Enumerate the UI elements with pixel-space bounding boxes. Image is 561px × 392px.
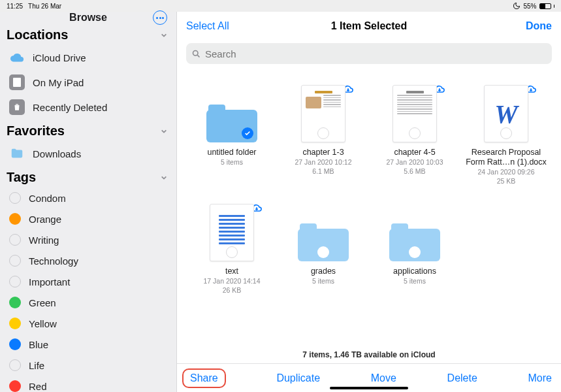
sidebar-item-recently-deleted[interactable]: Recently Deleted [0,95,176,120]
share-button[interactable]: Share [182,368,226,388]
folder-icon [206,105,257,142]
file-item-word[interactable]: W Research Proposal Form Ratt…n (1).docx… [464,85,549,186]
selection-placeholder-icon [409,246,421,258]
folder-icon [298,223,349,261]
main: Select All 1 Item Selected Done [177,12,561,392]
document-thumbnail [301,85,345,142]
folder-icon [389,223,440,261]
sidebar-tag-writing[interactable]: Writing [0,229,176,250]
file-meta: 5 items [221,158,243,167]
tag-label: Blue [29,339,48,350]
tag-label: Red [29,381,47,392]
file-item-folder[interactable]: untitled folder 5 items [189,85,274,186]
svg-point-1 [193,50,199,56]
file-meta: 24 Jan 2020 09:26 [478,168,535,176]
sidebar-tag-green[interactable]: Green [0,292,176,313]
footer-status: 7 items, 1.46 TB available on iCloud [177,344,561,363]
tag-label: Yellow [29,318,57,329]
ipad-icon [9,74,25,90]
file-item-text[interactable]: text 17 Jan 2020 14:14 26 KB [189,204,274,295]
sidebar-tag-red[interactable]: Red [0,376,176,392]
tag-label: Life [29,360,44,371]
svg-rect-0 [13,78,21,87]
page-title: 1 Item Selected [177,20,561,32]
file-size: 26 KB [223,286,242,295]
favorites-header[interactable]: Favorites [0,120,176,141]
search-field[interactable] [186,43,552,64]
tag-dot-icon [9,234,21,246]
sidebar: Browse Locations iCloud Drive On My iPad [0,12,177,392]
tag-label: Technology [29,255,78,267]
sidebar-tag-orange[interactable]: Orange [0,208,176,229]
search-icon [191,49,201,59]
file-item-document[interactable]: chapter 1-3 27 Jan 2020 10:12 6.1 MB [281,85,366,186]
file-meta: 27 Jan 2020 10:03 [387,158,443,167]
tag-label: Writing [29,235,59,246]
tags-header[interactable]: Tags [0,166,176,188]
file-name: chapter 1-3 [302,148,344,157]
done-button[interactable]: Done [526,20,552,32]
sidebar-tag-blue[interactable]: Blue [0,334,176,355]
select-all-button[interactable]: Select All [186,20,229,32]
sidebar-title: Browse [69,12,107,24]
file-meta: 17 Jan 2020 14:14 [204,277,261,286]
delete-button[interactable]: Delete [447,372,477,384]
file-name: grades [311,267,336,276]
status-time: 11:25 [7,3,23,10]
cloud-icon [9,50,25,65]
file-meta: 5 items [312,277,334,286]
text-document-icon [210,204,254,261]
file-meta: 27 Jan 2020 10:12 [295,158,352,167]
move-button[interactable]: Move [371,372,396,384]
sidebar-item-label: Downloads [33,148,81,159]
more-button[interactable]: More [528,372,552,384]
tag-label: Condom [29,193,66,204]
search-input[interactable] [205,48,547,59]
tag-dot-icon [9,359,21,371]
file-name: applications [393,267,436,276]
sidebar-more-button[interactable] [153,10,167,25]
tag-dot-icon [9,297,21,308]
sidebar-tag-life[interactable]: Life [0,355,176,376]
sidebar-tag-condom[interactable]: Condom [0,188,176,208]
sidebar-tag-yellow[interactable]: Yellow [0,313,176,334]
file-size: 25 KB [497,177,516,186]
chevron-down-icon [161,32,167,39]
folder-icon [9,146,25,161]
battery-icon [539,3,551,9]
sidebar-item-label: Recently Deleted [33,102,107,113]
tag-label: Important [29,276,70,287]
status-date: Thu 26 Mar [28,3,61,10]
sidebar-item-label: iCloud Drive [33,52,86,63]
selection-placeholder-icon [317,246,329,258]
sidebar-item-downloads[interactable]: Downloads [0,141,176,166]
document-thumbnail [393,85,437,142]
tag-label: Orange [29,214,61,225]
file-meta: 5 items [404,277,426,286]
sidebar-tag-important[interactable]: Important [0,271,176,292]
file-name: chapter 4-5 [394,148,435,157]
file-item-document[interactable]: chapter 4-5 27 Jan 2020 10:03 5.6 MB [372,85,457,186]
tag-dot-icon [9,380,21,392]
file-name: text [225,267,238,276]
status-bar: 11:25 Thu 26 Mar 55% [0,0,561,12]
home-indicator[interactable] [330,387,408,389]
sidebar-item-on-my-ipad[interactable]: On My iPad [0,70,176,95]
tag-dot-icon [9,318,21,329]
file-item-folder[interactable]: applications 5 items [372,204,457,295]
tag-dot-icon [9,338,21,350]
word-document-icon: W [484,85,528,142]
dnd-icon [513,2,521,10]
trash-icon [9,99,25,115]
sidebar-item-label: On My iPad [33,77,84,88]
duplicate-button[interactable]: Duplicate [276,372,320,384]
chevron-down-icon [161,174,167,181]
battery-pct: 55% [523,3,536,10]
checkmark-icon [242,127,253,139]
locations-header[interactable]: Locations [0,24,176,45]
file-item-folder[interactable]: grades 5 items [281,204,366,295]
tag-dot-icon [9,213,21,225]
file-size: 6.1 MB [312,167,334,176]
sidebar-tag-technology[interactable]: Technology [0,250,176,271]
sidebar-item-icloud-drive[interactable]: iCloud Drive [0,45,176,70]
